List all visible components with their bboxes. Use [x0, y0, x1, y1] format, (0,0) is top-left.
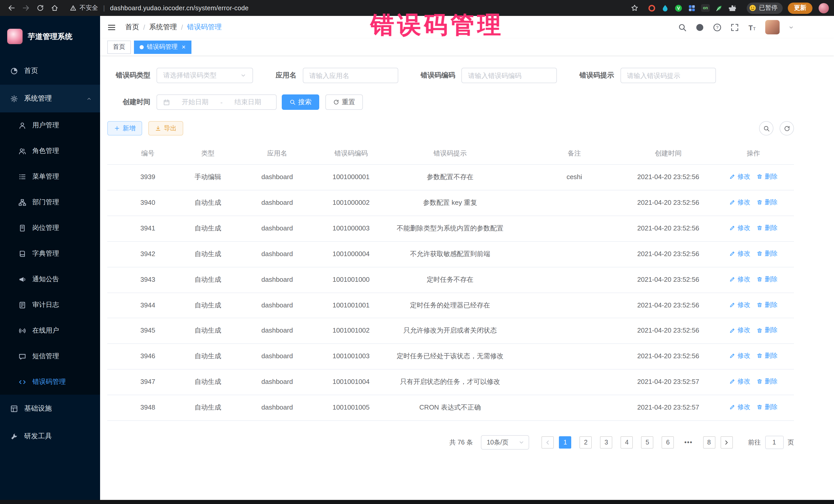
home-icon[interactable] [48, 2, 61, 14]
sidebar-item-user[interactable]: 用户管理 [0, 112, 100, 138]
extension-target-icon[interactable] [648, 4, 656, 12]
edit-link[interactable]: 修改 [729, 377, 750, 386]
refresh-table-button[interactable] [780, 121, 794, 135]
edit-link[interactable]: 修改 [729, 274, 750, 284]
badge-icon [19, 224, 27, 232]
error-msg-input[interactable] [620, 68, 716, 83]
date-range-picker[interactable]: 开始日期 - 结束日期 [156, 94, 277, 110]
add-button[interactable]: 新增 [107, 121, 142, 135]
extensions-puzzle-icon[interactable] [728, 4, 737, 12]
sidebar-item-home[interactable]: 首页 [0, 57, 100, 85]
edit-link[interactable]: 修改 [729, 249, 750, 258]
delete-link[interactable]: 删除 [756, 377, 777, 386]
edit-link[interactable]: 修改 [729, 172, 750, 181]
table-row: 3939手动编辑dashboard1001000001参数配置不存在ceshi2… [107, 165, 794, 190]
page-size-select[interactable]: 10条/页 [481, 435, 529, 450]
delete-link[interactable]: 删除 [756, 326, 777, 335]
delete-link[interactable]: 删除 [756, 249, 777, 258]
page-button-3[interactable]: 3 [600, 436, 613, 448]
sidebar-item-label: 通知公告 [32, 275, 59, 284]
edit-link[interactable]: 修改 [729, 402, 750, 412]
tab-首页[interactable]: 首页 [107, 40, 131, 53]
sidebar-item-sms[interactable]: 短信管理 [0, 343, 100, 369]
error-code-input[interactable] [461, 68, 557, 83]
sidebar-item-notice[interactable]: 通知公告 [0, 266, 100, 292]
hamburger-icon[interactable] [107, 23, 116, 31]
delete-icon [756, 276, 763, 282]
goto-page-input[interactable] [765, 436, 784, 449]
paused-badge[interactable]: 已暂停 [747, 2, 783, 14]
reset-button[interactable]: 重置 [325, 94, 363, 110]
table-cell: 1001000003 [327, 216, 375, 241]
browser-update-button[interactable]: 更新 [788, 2, 812, 14]
chevron-down-icon[interactable] [788, 24, 794, 30]
user-icon [19, 122, 27, 129]
sidebar-item-post[interactable]: 岗位管理 [0, 215, 100, 241]
delete-link[interactable]: 删除 [756, 198, 777, 207]
table-row: 3946自动生成dashboard1001001003定时任务已经处于该状态，无… [107, 344, 794, 370]
breadcrumb-item[interactable]: 系统管理 [149, 23, 177, 32]
edit-link[interactable]: 修改 [729, 326, 750, 335]
user-avatar[interactable] [765, 20, 780, 35]
back-icon[interactable] [5, 2, 18, 14]
table-cell: dashboard [227, 318, 327, 344]
sidebar-item-dept[interactable]: 部门管理 [0, 190, 100, 215]
app-name-input[interactable] [303, 68, 398, 83]
edit-link[interactable]: 修改 [729, 300, 750, 309]
extension-grid-icon[interactable] [688, 4, 696, 12]
page-button-4[interactable]: 4 [621, 436, 633, 448]
search-button[interactable]: 搜索 [282, 94, 319, 110]
prev-page-button[interactable] [542, 436, 554, 448]
fullscreen-icon[interactable] [730, 23, 739, 31]
more-pages-button[interactable]: ••• [682, 436, 695, 448]
url-text[interactable]: dashboard.yudao.iocoder.cn/system/error-… [110, 4, 249, 12]
security-indicator[interactable]: 不安全 [70, 4, 98, 12]
edit-link[interactable]: 修改 [729, 351, 750, 360]
edit-link[interactable]: 修改 [729, 223, 750, 233]
sidebar-item-online[interactable]: 在线用户 [0, 318, 100, 343]
search-icon[interactable] [678, 23, 687, 31]
sidebar-item-errorcode[interactable]: 错误码管理 [0, 369, 100, 395]
sidebar-item-menu[interactable]: 菜单管理 [0, 164, 100, 190]
app-logo[interactable]: 芋道管理系统 [0, 16, 100, 57]
browser-profile-avatar[interactable] [819, 3, 829, 13]
sidebar-item-devtools[interactable]: 研发工具 [0, 422, 100, 450]
close-tab-icon[interactable]: × [182, 44, 185, 50]
delete-link[interactable]: 删除 [756, 351, 777, 360]
extension-v-icon[interactable]: V [674, 4, 683, 12]
tab-错误码管理[interactable]: 错误码管理× [134, 40, 191, 53]
delete-link[interactable]: 删除 [756, 300, 777, 309]
next-page-button[interactable] [720, 436, 733, 448]
sidebar-item-audit[interactable]: 审计日志 [0, 292, 100, 318]
export-button[interactable]: 导出 [148, 121, 183, 135]
github-icon[interactable] [696, 23, 704, 31]
extension-drop-icon[interactable] [661, 4, 669, 12]
page-button-8[interactable]: 8 [703, 436, 715, 448]
svg-text:T: T [749, 24, 753, 31]
toggle-search-button[interactable] [759, 121, 773, 135]
delete-link[interactable]: 删除 [756, 223, 777, 233]
extension-on-badge[interactable]: on [701, 4, 710, 12]
page-button-5[interactable]: 5 [641, 436, 654, 448]
page-button-1[interactable]: 1 [559, 436, 571, 448]
sidebar-item-system[interactable]: 系统管理 [0, 85, 100, 112]
reload-icon[interactable] [34, 2, 46, 14]
error-type-select[interactable]: 请选择错误码类型 [156, 68, 253, 83]
sidebar-item-infra[interactable]: 基础设施 [0, 395, 100, 422]
delete-link[interactable]: 删除 [756, 274, 777, 284]
sidebar-item-role[interactable]: 角色管理 [0, 138, 100, 164]
sidebar-item-dict[interactable]: 字典管理 [0, 241, 100, 266]
breadcrumb-item[interactable]: 首页 [125, 23, 139, 32]
extension-leaf-icon[interactable] [715, 4, 723, 12]
font-size-icon[interactable]: TT [748, 23, 756, 31]
bookmark-star-icon[interactable] [628, 2, 640, 14]
sidebar-menu: 首页系统管理用户管理角色管理菜单管理部门管理岗位管理字典管理通知公告审计日志在线… [0, 57, 100, 504]
page-button-6[interactable]: 6 [662, 436, 674, 448]
delete-link[interactable]: 删除 [756, 172, 777, 181]
help-icon[interactable]: ? [713, 23, 722, 31]
forward-icon[interactable] [20, 2, 32, 14]
edit-link[interactable]: 修改 [729, 198, 750, 207]
table-cell [525, 267, 623, 292]
page-button-2[interactable]: 2 [580, 436, 592, 448]
delete-link[interactable]: 删除 [756, 402, 777, 412]
